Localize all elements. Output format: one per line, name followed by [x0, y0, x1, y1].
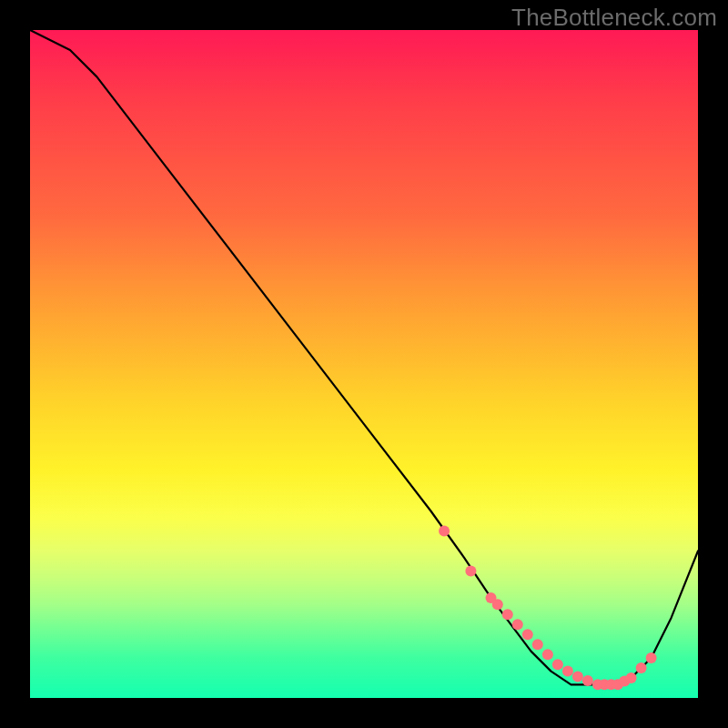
- data-dot: [626, 672, 637, 683]
- data-dot: [552, 659, 563, 670]
- data-dots: [439, 526, 656, 691]
- bottleneck-curve: [30, 30, 698, 684]
- data-dot: [532, 639, 543, 650]
- watermark-text: TheBottleneck.com: [511, 4, 717, 32]
- data-dot: [492, 599, 503, 610]
- chart-frame: TheBottleneck.com: [0, 0, 728, 728]
- data-dot: [512, 619, 523, 630]
- data-dot: [646, 652, 657, 663]
- chart-svg: [30, 30, 698, 698]
- data-dot: [465, 566, 476, 577]
- data-dot: [439, 526, 450, 537]
- data-dot: [502, 609, 513, 620]
- plot-area: [30, 30, 698, 698]
- data-dot: [572, 672, 583, 682]
- data-dot: [522, 629, 533, 640]
- data-dot: [562, 666, 573, 677]
- data-dot: [542, 649, 553, 660]
- data-dot: [636, 662, 647, 673]
- data-dot: [582, 675, 593, 686]
